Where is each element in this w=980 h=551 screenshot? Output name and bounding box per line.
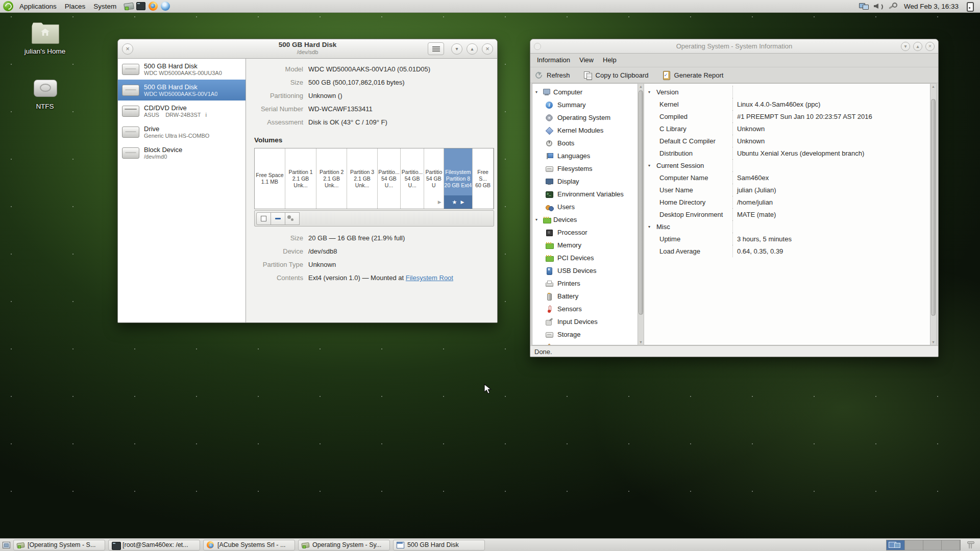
tree-item[interactable]: Kernel Modules xyxy=(532,124,638,137)
maximize-icon[interactable] xyxy=(913,42,922,51)
group-triangle-icon[interactable] xyxy=(648,90,653,94)
volume-action-button[interactable] xyxy=(271,212,285,225)
tree-item[interactable]: Sensors xyxy=(532,303,638,315)
tree-item[interactable]: Computer xyxy=(532,86,638,98)
device-list-item[interactable]: CD/DVD Drive ASUS DRW-24B3ST i xyxy=(118,101,246,121)
tree-item[interactable]: Languages xyxy=(532,149,638,162)
info-row[interactable]: Kernel Linux 4.4.0-Sam460ex (ppc) xyxy=(644,98,930,110)
tree-item[interactable] xyxy=(532,341,638,345)
tree-scrollbar[interactable] xyxy=(638,83,644,345)
partition-segment[interactable]: Partition 2 2.1 GB Unk... xyxy=(316,148,347,209)
desktop-icon[interactable]: NTFS xyxy=(17,77,73,110)
info-row[interactable]: Current Session xyxy=(644,159,930,171)
network-icon[interactable] xyxy=(859,1,869,11)
info-row[interactable]: Load Average 0.64, 0.35, 0.39 xyxy=(644,245,930,257)
maximize-icon[interactable] xyxy=(467,43,478,55)
tree-item[interactable]: Filesystems xyxy=(532,162,638,175)
close-icon[interactable] xyxy=(925,42,935,51)
panel-menu[interactable]: System xyxy=(89,3,120,10)
tree-item[interactable]: USB Devices xyxy=(532,264,638,277)
taskbar-window-button[interactable]: [ACube Systems Srl - ... xyxy=(203,540,295,550)
filesystem-root-link[interactable]: Filesystem Root xyxy=(406,274,453,282)
clock[interactable]: Wed Feb 3, 16:33 xyxy=(902,3,961,10)
show-desktop-icon[interactable] xyxy=(2,541,10,549)
tree-item[interactable]: Processor xyxy=(532,226,638,239)
hamburger-menu-icon[interactable] xyxy=(428,42,444,55)
toolbar-button[interactable]: Generate Report xyxy=(662,71,724,80)
toolbar-button[interactable]: Copy to Clipboard xyxy=(583,71,649,80)
info-row[interactable]: Distribution Ubuntu Xenial Xerus (develo… xyxy=(644,147,930,159)
panel-menu[interactable]: Applications xyxy=(15,3,61,10)
expander-triangle-icon[interactable] xyxy=(535,217,540,222)
info-row[interactable]: User Name julian (Julian) xyxy=(644,184,930,196)
terminal-icon[interactable] xyxy=(136,1,146,11)
device-list-item[interactable]: Drive Generic Ultra HS-COMBO xyxy=(118,121,246,142)
partition-segment[interactable]: Filesystem Partition 8 20 GB Ext4 xyxy=(444,148,473,209)
close-icon[interactable] xyxy=(482,43,493,55)
taskbar-window-button[interactable]: Operating System - Sy... xyxy=(298,540,390,550)
measuring-tool-icon[interactable] xyxy=(124,1,134,11)
info-row[interactable]: Compiled #1 PREEMPT Sun Jan 10 20:23:57 … xyxy=(644,110,930,122)
info-row[interactable]: Version xyxy=(644,86,930,98)
menu-item[interactable]: Information xyxy=(532,54,575,67)
volume-action-button[interactable] xyxy=(285,212,300,225)
workspace-cell[interactable] xyxy=(942,540,960,550)
menu-item[interactable]: View xyxy=(575,54,598,67)
firefox-icon[interactable] xyxy=(148,1,158,11)
disks-titlebar[interactable]: 500 GB Hard Disk /dev/sdb xyxy=(118,39,497,59)
desktop-icon[interactable]: julian's Home xyxy=(17,21,73,55)
trash-icon[interactable] xyxy=(966,540,975,549)
tree-item[interactable]: Users xyxy=(532,201,638,213)
taskbar-window-button[interactable]: [root@Sam460ex: /et... xyxy=(108,540,200,550)
volume-icon[interactable] xyxy=(873,1,884,11)
volume-action-button[interactable] xyxy=(256,212,271,225)
tree-item[interactable]: Summary xyxy=(532,98,638,111)
tree-item[interactable]: Environment Variables xyxy=(532,188,638,201)
tree-item[interactable]: Boots xyxy=(532,137,638,149)
workspace-cell[interactable] xyxy=(887,540,905,550)
info-row[interactable]: Default C Compiler Unknown xyxy=(644,135,930,147)
tree-item[interactable]: Memory xyxy=(532,239,638,252)
notification-applet-icon[interactable] xyxy=(965,1,975,11)
tree-item[interactable]: Display xyxy=(532,175,638,188)
blue-browser-icon[interactable] xyxy=(160,1,170,11)
panel-menu[interactable]: Places xyxy=(61,3,90,10)
tree-item[interactable]: Battery xyxy=(532,290,638,303)
group-triangle-icon[interactable] xyxy=(648,163,653,168)
partition-segment[interactable]: Partitio 54 GB U xyxy=(424,148,444,209)
taskbar-window-button[interactable]: [Operating System - S... xyxy=(13,540,105,550)
info-row[interactable]: C Library Unknown xyxy=(644,122,930,135)
tree-item[interactable]: Operating System xyxy=(532,111,638,124)
info-row[interactable]: Uptime 3 hours, 5 minutes xyxy=(644,233,930,245)
workspace-cell[interactable] xyxy=(923,540,942,550)
tree-item[interactable]: Input Devices xyxy=(532,315,638,328)
pane-scrollbar[interactable] xyxy=(930,83,937,345)
info-row[interactable]: Computer Name Sam460ex xyxy=(644,171,930,184)
inactive-close-icon[interactable] xyxy=(534,43,541,50)
tree-item[interactable]: PCI Devices xyxy=(532,252,638,264)
partition-segment[interactable]: Partition 1 2.1 GB Unk... xyxy=(285,148,316,209)
partition-segment[interactable]: Free Space 1.1 MB xyxy=(255,148,285,209)
toolbar-button[interactable]: Refresh xyxy=(534,71,570,80)
minimize-icon[interactable] xyxy=(901,42,910,51)
info-row[interactable]: Desktop Environment MATE (mate) xyxy=(644,208,930,220)
info-row[interactable]: Home Directory /home/julian xyxy=(644,196,930,208)
tree-item[interactable]: Storage xyxy=(532,328,638,341)
partition-segment[interactable]: Partitio... 54 GB U... xyxy=(378,148,401,209)
partition-segment[interactable]: Free S... 60 GB xyxy=(473,148,494,209)
expander-triangle-icon[interactable] xyxy=(535,90,540,94)
device-list-item[interactable]: 500 GB Hard Disk WDC WD5000AAKS-00UU3A0 xyxy=(118,59,246,80)
menu-item[interactable]: Help xyxy=(598,54,621,67)
close-icon[interactable] xyxy=(122,43,133,55)
info-row[interactable]: Misc xyxy=(644,220,930,233)
partition-segment[interactable]: Partition 3 2.1 GB Unk... xyxy=(347,148,378,209)
mate-menu-icon[interactable] xyxy=(3,1,13,11)
partition-segment[interactable]: Partitio... 54 GB U... xyxy=(401,148,424,209)
device-list-item[interactable]: 500 GB Hard Disk WDC WD5000AAKS-00V1A0 xyxy=(118,80,246,101)
taskbar-window-button[interactable]: 500 GB Hard Disk xyxy=(393,540,485,550)
tree-item[interactable]: Printers xyxy=(532,277,638,290)
group-triangle-icon[interactable] xyxy=(648,224,653,229)
workspace-cell[interactable] xyxy=(905,540,923,550)
sysinfo-titlebar[interactable]: Operating System - System Information xyxy=(530,39,938,54)
screenshot-tool-icon[interactable] xyxy=(888,1,898,11)
